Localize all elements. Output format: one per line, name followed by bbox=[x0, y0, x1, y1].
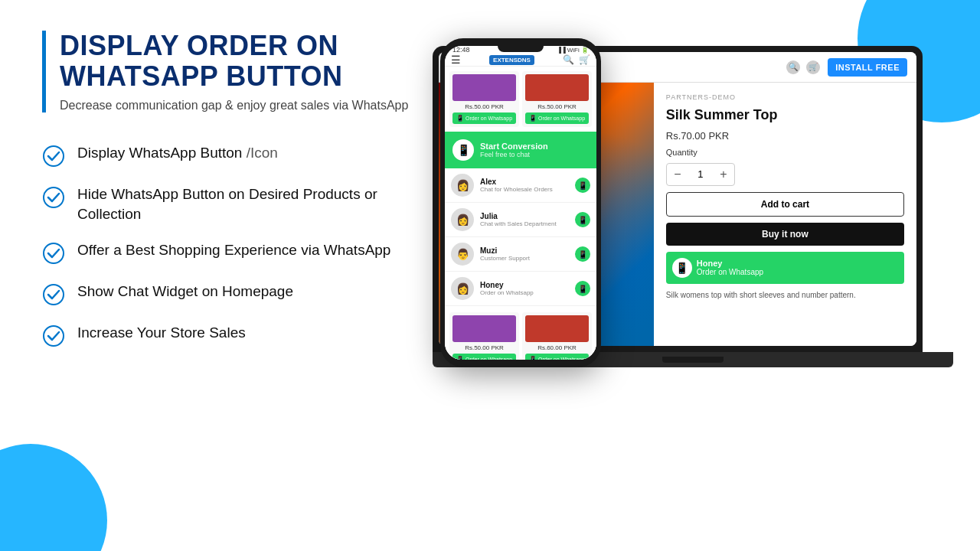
phone-navbar: ☰ EXTENSDNS 🔍 🛒 bbox=[445, 54, 596, 67]
agent-role-honey: Order on Whatsapp bbox=[480, 289, 569, 296]
agent-wa-icon-honey[interactable]: 📱 bbox=[575, 281, 590, 296]
product-description: Silk womens top with short sleeves and n… bbox=[666, 290, 904, 301]
feature-item-5: Increase Your Store Sales bbox=[42, 323, 433, 347]
phone-wa-label-2: Order on Whatsapp bbox=[538, 116, 585, 121]
page-title: DISPLAY ORDER ON WHATSAPP BUTTON bbox=[60, 31, 433, 91]
whatsapp-order-name: Honey bbox=[697, 259, 763, 268]
agent-item-muzi: 👨 Muzi Customer Support 📱 bbox=[445, 237, 596, 272]
phone-screen: 12:48 ▐▐ WiFi 🔋 ☰ EXTENSDNS 🔍 🛒 bbox=[445, 46, 596, 360]
phone-wa-icon-3: 📱 bbox=[456, 356, 464, 360]
feature-text-4: Show Chat Widget on Homepage bbox=[77, 282, 293, 302]
svg-point-0 bbox=[44, 146, 64, 166]
phone-wa-btn-4[interactable]: 📱 Order on Whatsapp bbox=[525, 354, 589, 360]
quantity-control: − 1 + bbox=[666, 163, 735, 186]
phone-hamburger-icon[interactable]: ☰ bbox=[451, 54, 461, 66]
agent-role-muzi: Customer Support bbox=[480, 255, 569, 262]
phone-product-thumb-3 bbox=[452, 315, 516, 342]
agent-name-julia: Julia bbox=[480, 212, 569, 220]
phone-search-icon[interactable]: 🔍 bbox=[563, 54, 574, 65]
agent-info-honey: Honey Order on Whatsapp bbox=[480, 281, 569, 296]
phone-product-thumb-1 bbox=[452, 74, 516, 101]
phone-notch-bar bbox=[498, 46, 544, 52]
quantity-increase-button[interactable]: + bbox=[713, 164, 734, 185]
check-icon-2 bbox=[42, 186, 65, 209]
install-free-button[interactable]: INSTALL FREE bbox=[828, 58, 907, 77]
phone-products-row-1: Rs.50.00 PKR 📱 Order on Whatsapp Rs.50.0… bbox=[445, 67, 596, 132]
laptop-nav-icons: 🔍 🛒 bbox=[786, 60, 820, 74]
agent-role-julia: Chat with Sales Department bbox=[480, 220, 569, 227]
agent-wa-icon-alex[interactable]: 📱 bbox=[575, 178, 590, 193]
agent-name-alex: Alex bbox=[480, 178, 569, 186]
phone-cart-icon[interactable]: 🛒 bbox=[579, 54, 590, 65]
feature-text-5: Increase Your Store Sales bbox=[77, 323, 246, 343]
left-panel: DISPLAY ORDER ON WHATSAPP BUTTON Decreas… bbox=[42, 31, 433, 528]
phone-product-price-4: Rs.60.00 PKR bbox=[525, 344, 589, 351]
search-icon[interactable]: 🔍 bbox=[786, 60, 800, 74]
agent-role-alex: Chat for Wholesale Orders bbox=[480, 186, 569, 193]
buy-now-button[interactable]: Buy it now bbox=[666, 223, 904, 246]
phone-product-card-4: Rs.60.00 PKR 📱 Order on Whatsapp bbox=[522, 312, 592, 360]
agent-avatar-honey: 👩 bbox=[451, 277, 474, 300]
conv-text-block: Start Conversion Feel free to chat bbox=[480, 142, 548, 158]
svg-point-2 bbox=[44, 243, 64, 263]
agent-wa-icon-muzi[interactable]: 📱 bbox=[575, 246, 590, 262]
conv-title: Start Conversion bbox=[480, 142, 548, 151]
laptop-product-details: PARTNERS-DEMO Silk Summer Top Rs.70.00 P… bbox=[654, 83, 916, 346]
phone-product-card-1: Rs.50.00 PKR 📱 Order on Whatsapp bbox=[449, 71, 519, 127]
feature-item-2: Hide WhatsApp Button on Desired Products… bbox=[42, 184, 433, 223]
phone-agents-list: 👩 Alex Chat for Wholesale Orders 📱 👩 Jul… bbox=[445, 168, 596, 306]
phone-product-thumb-2 bbox=[525, 74, 589, 101]
svg-point-1 bbox=[44, 187, 64, 207]
right-panel: Chat With Support ▾ 🔍 🛒 INSTALL FREE bbox=[433, 31, 938, 528]
phone-wa-btn-3[interactable]: 📱 Order on Whatsapp bbox=[452, 354, 516, 360]
agent-avatar-muzi: 👨 bbox=[451, 243, 474, 266]
phone-start-conv: 📱 Start Conversion Feel free to chat bbox=[445, 132, 596, 168]
whatsapp-order-button[interactable]: 📱 Honey Order on Whatsapp bbox=[666, 252, 904, 284]
phone-product-thumb-4 bbox=[525, 315, 589, 342]
agent-info-muzi: Muzi Customer Support bbox=[480, 246, 569, 262]
features-list: Display WhatsApp Button /Icon Hide Whats… bbox=[42, 143, 433, 347]
agent-info-julia: Julia Chat with Sales Department bbox=[480, 212, 569, 227]
phone-wa-icon-1: 📱 bbox=[456, 115, 464, 122]
feature-text-1: Display WhatsApp Button /Icon bbox=[77, 143, 278, 163]
feature-item-1: Display WhatsApp Button /Icon bbox=[42, 143, 433, 168]
phone-wa-label-1: Order on Whatsapp bbox=[466, 116, 512, 121]
whatsapp-order-icon: 📱 bbox=[672, 258, 692, 278]
phone-mockup: 12:48 ▐▐ WiFi 🔋 ☰ EXTENSDNS 🔍 🛒 bbox=[440, 38, 601, 367]
phone-signal-icons: ▐▐ WiFi 🔋 bbox=[557, 47, 589, 54]
feature-item-4: Show Chat Widget on Homepage bbox=[42, 282, 433, 306]
whatsapp-order-sub: Order on Whatsapp bbox=[697, 268, 763, 276]
phone-wa-btn-1[interactable]: 📱 Order on Whatsapp bbox=[452, 112, 516, 124]
phone-logo-badge: EXTENSDNS bbox=[489, 55, 534, 65]
phone-wa-label-4: Order on Whatsapp bbox=[538, 357, 585, 360]
phone-nav-actions: 🔍 🛒 bbox=[563, 54, 590, 65]
phone-wa-icon-2: 📱 bbox=[529, 115, 537, 122]
phone-products-row-2: Rs.50.00 PKR 📱 Order on Whatsapp Rs.60.0… bbox=[445, 308, 596, 360]
quantity-decrease-button[interactable]: − bbox=[667, 164, 688, 185]
product-price: Rs.70.00 PKR bbox=[666, 130, 904, 142]
quantity-value: 1 bbox=[688, 168, 713, 180]
phone-product-price-3: Rs.50.00 PKR bbox=[452, 344, 516, 351]
agent-wa-icon-julia[interactable]: 📱 bbox=[575, 212, 590, 227]
feature-text-3: Offer a Best Shopping Experience via Wha… bbox=[77, 240, 390, 260]
main-container: DISPLAY ORDER ON WHATSAPP BUTTON Decreas… bbox=[0, 0, 980, 551]
check-icon-5 bbox=[42, 324, 65, 347]
conv-subtitle: Feel free to chat bbox=[480, 151, 548, 158]
phone-product-price-2: Rs.50.00 PKR bbox=[525, 103, 589, 110]
whatsapp-start-icon: 📱 bbox=[452, 139, 474, 161]
agent-avatar-alex: 👩 bbox=[451, 174, 474, 197]
product-quantity-label: Quantity bbox=[666, 148, 904, 157]
whatsapp-order-text: Honey Order on Whatsapp bbox=[697, 259, 763, 276]
cart-icon[interactable]: 🛒 bbox=[806, 60, 820, 74]
title-content: DISPLAY ORDER ON WHATSAPP BUTTON Decreas… bbox=[60, 31, 433, 112]
feature-item-3: Offer a Best Shopping Experience via Wha… bbox=[42, 240, 433, 265]
phone-time: 12:48 bbox=[452, 46, 470, 54]
svg-point-4 bbox=[44, 326, 64, 346]
phone-wa-btn-2[interactable]: 📱 Order on Whatsapp bbox=[525, 112, 589, 124]
phone-product-price-1: Rs.50.00 PKR bbox=[452, 103, 516, 110]
agent-info-alex: Alex Chat for Wholesale Orders bbox=[480, 178, 569, 193]
laptop-notch bbox=[662, 357, 724, 363]
add-to-cart-button[interactable]: Add to cart bbox=[666, 192, 904, 217]
check-icon-4 bbox=[42, 283, 65, 306]
agent-avatar-julia: 👩 bbox=[451, 208, 474, 231]
